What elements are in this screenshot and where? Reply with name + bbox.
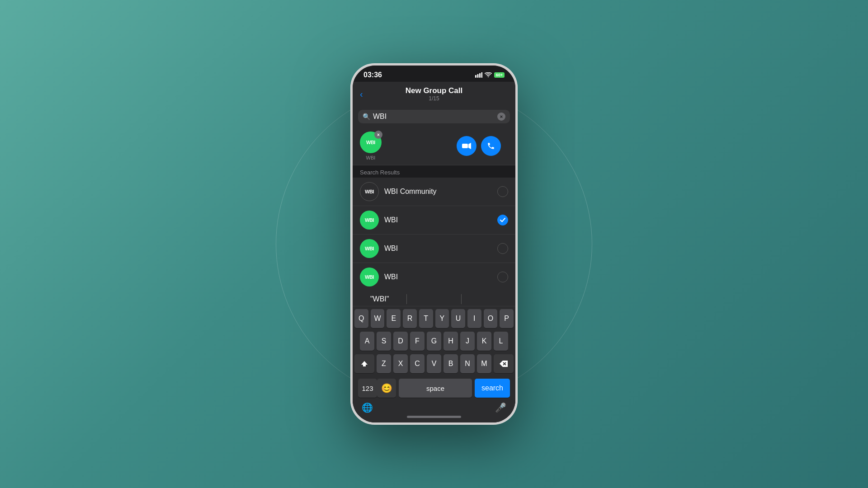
status-bar: 03:36 60+ [353, 66, 515, 82]
result-item-1[interactable]: WBI WBI [353, 206, 515, 235]
back-button[interactable]: ‹ [360, 89, 373, 99]
shift-key[interactable] [354, 354, 374, 373]
key-n[interactable]: N [460, 354, 475, 373]
key-g[interactable]: G [427, 332, 441, 351]
key-row-1: Q W E R T Y U I O P [354, 309, 514, 328]
nav-title: New Group Call [373, 86, 495, 95]
search-icon: 🔍 [363, 113, 370, 120]
key-row-3: Z X C V B N M [354, 354, 514, 373]
result-item-3[interactable]: WBI WBI [353, 263, 515, 291]
key-h[interactable]: H [443, 332, 458, 351]
battery-icon: 60+ [494, 72, 505, 78]
key-d[interactable]: D [393, 332, 408, 351]
result-name-0: WBI Community [384, 188, 492, 196]
home-indicator [353, 413, 515, 422]
key-a[interactable]: A [360, 332, 374, 351]
key-y[interactable]: Y [435, 309, 449, 328]
shift-icon [361, 360, 368, 367]
result-check-2[interactable] [497, 243, 508, 254]
search-clear-button[interactable]: × [497, 113, 505, 121]
phone-screen: 03:36 60+ ‹ New G [353, 66, 515, 422]
result-avatar-2: WBI [360, 239, 379, 258]
search-key[interactable]: search [475, 379, 510, 398]
result-avatar-0: WBI [360, 182, 379, 201]
status-icons: 60+ [475, 72, 505, 78]
result-name-1: WBI [384, 216, 492, 224]
space-key[interactable]: space [399, 379, 472, 398]
result-check-3[interactable] [497, 272, 508, 282]
key-v[interactable]: V [427, 354, 441, 373]
keyboard-rows: Q W E R T Y U I O P A S D F G [353, 306, 515, 376]
key-i[interactable]: I [467, 309, 481, 328]
nav-subtitle: 1/15 [373, 95, 495, 102]
key-p[interactable]: P [500, 309, 514, 328]
svg-marker-5 [468, 143, 471, 149]
selected-contact-row: WBI × WBI [360, 131, 508, 160]
video-call-button[interactable] [457, 136, 476, 156]
result-name-2: WBI [384, 244, 492, 253]
audio-call-button[interactable] [481, 136, 501, 156]
key-row-2: A S D F G H J K L [354, 332, 514, 351]
phone-frame: 03:36 60+ ‹ New G [350, 63, 518, 425]
svg-rect-2 [479, 73, 481, 78]
key-r[interactable]: R [403, 309, 417, 328]
suggestion-bar: "WBI" [353, 291, 515, 306]
svg-rect-4 [462, 144, 468, 148]
result-check-0[interactable] [497, 186, 508, 197]
key-b[interactable]: B [443, 354, 458, 373]
result-avatar-1: WBI [360, 211, 379, 230]
key-j[interactable]: J [460, 332, 475, 351]
key-t[interactable]: T [419, 309, 433, 328]
result-item-2[interactable]: WBI WBI [353, 235, 515, 263]
key-e[interactable]: E [387, 309, 401, 328]
suggestion-item-3 [462, 294, 515, 304]
result-name-3: WBI [384, 273, 492, 281]
key-f[interactable]: F [410, 332, 425, 351]
key-c[interactable]: C [410, 354, 425, 373]
selected-contact-area: WBI × WBI [353, 127, 515, 165]
nav-header: ‹ New Group Call 1/15 [353, 82, 515, 106]
contact-remove-button[interactable]: × [374, 131, 382, 139]
contact-avatar-wrap: WBI × [360, 131, 382, 153]
svg-rect-3 [481, 72, 482, 78]
key-m[interactable]: M [477, 354, 491, 373]
key-w[interactable]: W [371, 309, 385, 328]
wifi-icon [485, 72, 492, 78]
home-bar [407, 416, 461, 418]
contact-chip: WBI × WBI [360, 131, 382, 160]
status-time: 03:36 [363, 71, 382, 79]
search-input[interactable]: WBI [373, 113, 495, 121]
key-l[interactable]: L [494, 332, 508, 351]
key-k[interactable]: K [477, 332, 491, 351]
mic-icon[interactable]: 🎤 [495, 402, 506, 413]
bottom-keyboard-bar: 123 😊 space search [353, 376, 515, 400]
bottom-icons-bar: 🌐 🎤 [353, 400, 515, 413]
svg-rect-1 [477, 74, 478, 78]
phone-icon [487, 142, 495, 150]
checkmark-icon [500, 218, 505, 222]
suggestion-item-2 [407, 294, 461, 304]
key-u[interactable]: U [451, 309, 465, 328]
contact-chip-name: WBI [366, 155, 376, 160]
key-s[interactable]: S [377, 332, 391, 351]
search-results-section: Search Results WBI WBI Community WBI WBI… [353, 165, 515, 291]
globe-icon[interactable]: 🌐 [362, 402, 373, 413]
svg-marker-6 [361, 361, 368, 366]
key-q[interactable]: Q [354, 309, 368, 328]
backspace-key[interactable] [494, 354, 514, 373]
result-check-1[interactable] [497, 215, 508, 225]
emoji-key[interactable]: 😊 [377, 379, 396, 398]
result-item-0[interactable]: WBI WBI Community [353, 178, 515, 206]
key-z[interactable]: Z [377, 354, 391, 373]
title-group: New Group Call 1/15 [373, 86, 495, 102]
result-avatar-3: WBI [360, 267, 379, 286]
num-key[interactable]: 123 [358, 379, 377, 398]
svg-rect-0 [475, 75, 476, 78]
search-input-wrapper[interactable]: 🔍 WBI × [358, 110, 510, 123]
search-results-label: Search Results [353, 165, 515, 178]
keyboard-area: "WBI" Q W E R T Y U I O P [353, 291, 515, 422]
key-x[interactable]: X [393, 354, 408, 373]
call-buttons [457, 136, 501, 156]
suggestion-item[interactable]: "WBI" [353, 294, 407, 304]
key-o[interactable]: O [484, 309, 498, 328]
